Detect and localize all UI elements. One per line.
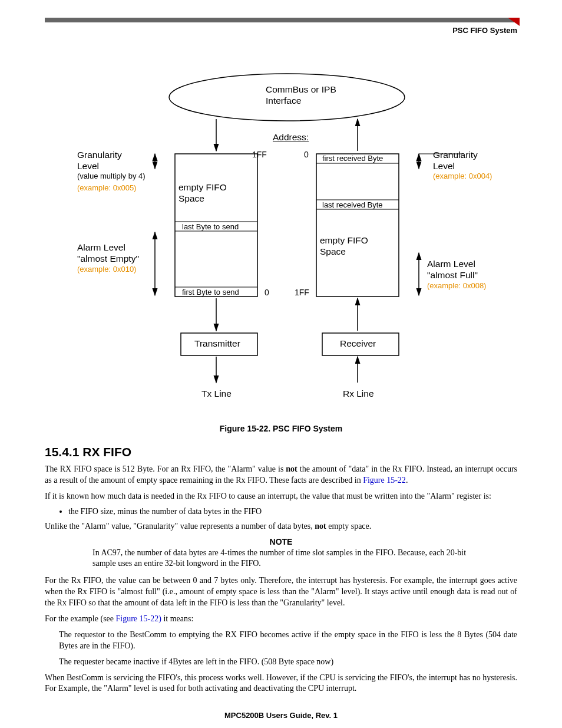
note-heading: NOTE <box>45 537 517 546</box>
gran-left-mult: (value multiply by 4) <box>77 172 146 181</box>
indent-1: The requestor to the BestComm to emptyin… <box>59 630 517 652</box>
alarm-right-example: (example: 0x008) <box>427 281 486 291</box>
page: PSC FIFO System <box>0 0 562 728</box>
fig-link-1[interactable]: Figure 15-22 <box>363 476 406 485</box>
p5-a: For the example (see <box>45 614 116 623</box>
gran-left-example: (example: 0x005) <box>77 183 136 193</box>
p6: When BestComm is servicing the FIFO's, t… <box>45 673 517 695</box>
svg-marker-0 <box>508 18 520 26</box>
p1-a: The RX FIFO space is 512 Byte. For an Rx… <box>45 465 286 473</box>
addr-1ff-bot: 1FF <box>295 288 309 298</box>
header-bar <box>45 18 517 22</box>
last-recv-byte: last received Byte <box>322 200 383 210</box>
gran-left-title: Granularity Level <box>77 150 136 172</box>
alarm-right-title: Alarm Level "almost Full" <box>427 259 498 281</box>
receiver-box: Receiver <box>340 338 376 350</box>
note-body: In AC97, the number of data bytes are 4-… <box>92 548 470 570</box>
p5-b: it means: <box>161 614 193 623</box>
fifo-diagram: CommBus or IPB Interface Address: 1FF 0 … <box>69 70 493 418</box>
empty-fifo-left: empty FIFO Space <box>178 182 243 204</box>
li1: the FIFO size, minus the number of data … <box>68 507 517 516</box>
fig-link-2[interactable]: Figure 15-22) <box>116 614 161 623</box>
p3-b: empty space. <box>326 522 372 531</box>
indent-2: The requester became inactive if 4Bytes … <box>59 657 517 668</box>
addr-1ff-top: 1FF <box>252 150 267 160</box>
p1-c: . <box>406 476 408 485</box>
section-heading: 15.4.1 RX FIFO <box>45 445 517 459</box>
p2: If it is known how much data is needed i… <box>45 491 517 502</box>
addr-0-bot: 0 <box>265 288 269 298</box>
addr-0-top: 0 <box>304 150 309 160</box>
gran-right-example: (example: 0x004) <box>433 172 492 181</box>
transmitter-box: Transmitter <box>194 338 240 350</box>
address-label: Address: <box>273 132 309 143</box>
p3-not: not <box>315 522 326 531</box>
svg-rect-10 <box>316 154 399 297</box>
last-byte-send: last Byte to send <box>182 222 239 232</box>
empty-fifo-right: empty FIFO Space <box>320 235 385 257</box>
gran-right-title: Granularity Level <box>433 150 492 172</box>
figure-caption: Figure 15-22. PSC FIFO System <box>45 424 517 433</box>
body-text: The RX FIFO space is 512 Byte. For an Rx… <box>45 464 517 694</box>
tx-line-label: Tx Line <box>201 388 232 400</box>
alarm-left-example: (example: 0x010) <box>77 265 136 274</box>
p4: For the Rx FIFO, the value can be betwee… <box>45 575 517 609</box>
section-header: PSC FIFO System <box>45 26 517 35</box>
interface-label: CommBus or IPB Interface <box>266 84 336 106</box>
p3-a: Unlike the "Alarm" value, "Granularity" … <box>45 522 315 531</box>
alarm-left-title: Alarm Level "almost Empty" <box>77 242 154 264</box>
footer-doc-id: MPC5200B Users Guide, Rev. 1 <box>45 711 517 720</box>
p1-not: not <box>286 465 297 473</box>
first-byte-send: first Byte to send <box>182 288 239 297</box>
rx-line-label: Rx Line <box>343 388 374 400</box>
first-recv-byte: first received Byte <box>322 154 383 163</box>
